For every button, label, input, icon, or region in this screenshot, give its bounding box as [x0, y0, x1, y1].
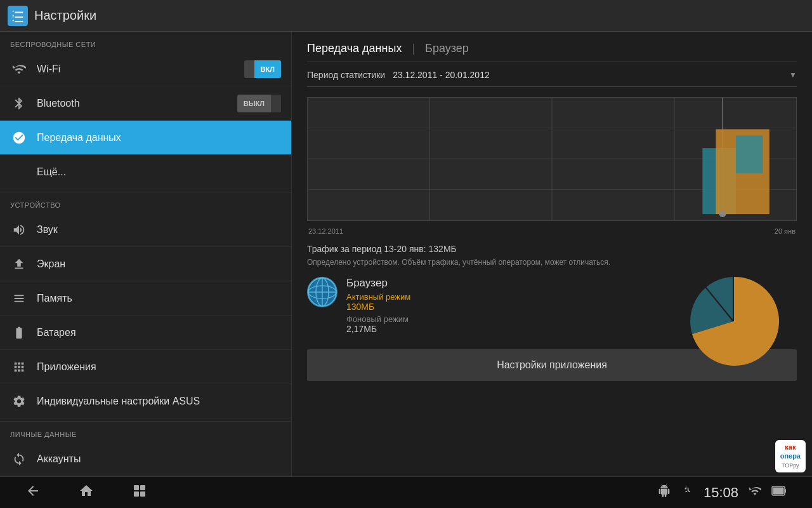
wifi-toggle-off — [244, 60, 254, 78]
top-bar: Настройки — [0, 0, 812, 32]
watermark: как опера ТОРру — [775, 440, 806, 472]
content-tabs: Передача данных | Браузер — [307, 42, 797, 62]
data-icon — [10, 129, 28, 147]
sidebar: БЕСПРОВОДНЫЕ СЕТИ Wi-Fi ВКЛ Bluetooth — [0, 32, 292, 483]
svg-rect-20 — [134, 485, 139, 490]
section-wireless: БЕСПРОВОДНЫЕ СЕТИ — [0, 32, 291, 52]
sidebar-item-battery[interactable]: Батарея — [0, 316, 291, 350]
recents-button[interactable] — [132, 483, 147, 502]
sidebar-item-accounts[interactable]: Аккаунты — [0, 442, 291, 476]
app-item-browser: Браузер Активный режим 130МБ Фоновый реж… — [307, 277, 410, 334]
sidebar-item-data[interactable]: Передача данных — [0, 121, 291, 155]
back-button[interactable] — [25, 483, 41, 502]
accounts-label: Аккаунты — [37, 453, 281, 465]
tab-browser[interactable]: Браузер — [425, 42, 479, 55]
svg-rect-23 — [140, 491, 145, 497]
page-title: Настройки — [34, 8, 96, 23]
wifi-toggle-on: ВКЛ — [254, 60, 281, 78]
svg-point-11 — [719, 211, 726, 217]
period-value: 23.12.2011 - 20.01.2012 — [393, 70, 490, 80]
svg-rect-21 — [140, 485, 145, 490]
sidebar-item-wifi[interactable]: Wi-Fi ВКЛ — [0, 52, 291, 86]
accounts-icon — [10, 450, 28, 468]
app-bg-label: Фоновый режим — [346, 314, 410, 324]
more-icon — [10, 163, 28, 181]
chart-labels: 23.12.2011 20 янв — [307, 227, 797, 235]
android-icon — [658, 485, 671, 500]
home-button[interactable] — [79, 483, 94, 502]
apps-icon — [10, 358, 28, 376]
sound-icon — [10, 221, 28, 239]
asus-label: Индивидуальные настройки ASUS — [37, 396, 281, 407]
svg-rect-10 — [736, 135, 763, 173]
chart-svg — [308, 98, 796, 220]
sidebar-item-bluetooth[interactable]: Bluetooth ВЫКЛ — [0, 86, 291, 121]
app-active-label: Активный режим — [346, 292, 410, 302]
main-layout: БЕСПРОВОДНЫЕ СЕТИ Wi-Fi ВКЛ Bluetooth — [0, 32, 812, 483]
chart-container — [307, 97, 797, 221]
watermark-text3: ТОРру — [782, 462, 799, 469]
bluetooth-toggle-on — [271, 95, 281, 112]
svg-rect-25 — [785, 489, 786, 493]
sidebar-item-sound[interactable]: Звук — [0, 213, 291, 247]
clock: 15:08 — [704, 485, 738, 501]
memory-label: Память — [37, 293, 281, 304]
browser-icon — [307, 277, 337, 307]
battery-status-icon — [771, 485, 787, 500]
wifi-icon — [10, 60, 28, 78]
chart-label-start: 23.12.2011 — [308, 227, 343, 235]
settings-icon — [8, 6, 28, 26]
usb-icon — [681, 485, 693, 500]
traffic-note: Определено устройством. Объём трафика, у… — [307, 258, 797, 267]
period-row[interactable]: Период статистики 23.12.2011 - 20.01.201… — [307, 70, 797, 87]
section-device: УСТРОЙСТВО — [0, 192, 291, 213]
sidebar-item-asus[interactable]: Индивидуальные настройки ASUS — [0, 384, 291, 418]
sidebar-item-more[interactable]: Ещё... — [0, 155, 291, 189]
more-label: Ещё... — [37, 166, 281, 178]
sidebar-item-memory[interactable]: Память — [0, 281, 291, 316]
asus-icon — [10, 392, 28, 410]
bluetooth-label: Bluetooth — [37, 98, 237, 109]
app-active-value: 130МБ — [346, 302, 410, 312]
period-arrow-icon: ▼ — [789, 70, 797, 79]
wifi-toggle[interactable]: ВКЛ — [244, 60, 281, 78]
bluetooth-icon — [10, 95, 28, 112]
memory-icon — [10, 290, 28, 307]
bottom-nav-left — [25, 483, 147, 502]
battery-label: Батарея — [37, 327, 281, 338]
bluetooth-toggle-off: ВЫКЛ — [237, 95, 271, 112]
app-info: Браузер Активный режим 130МБ Фоновый реж… — [346, 277, 410, 334]
svg-rect-26 — [773, 488, 784, 495]
screen-icon — [10, 255, 28, 273]
traffic-info: Трафик за период 13-20 янв: 132МБ — [307, 244, 797, 254]
bottom-nav: 15:08 — [0, 476, 812, 508]
wifi-label: Wi-Fi — [37, 64, 244, 75]
sidebar-item-screen[interactable]: Экран — [0, 247, 291, 281]
tab-divider: | — [412, 42, 415, 55]
app-bg-value: 2,17МБ — [346, 324, 410, 334]
bluetooth-toggle[interactable]: ВЫКЛ — [237, 95, 281, 112]
tab-data-transfer[interactable]: Передача данных — [307, 42, 412, 55]
donut-chart — [683, 271, 784, 375]
apps-label: Приложения — [37, 361, 281, 373]
watermark-text1: как — [785, 443, 796, 451]
period-label: Период статистики — [307, 70, 385, 80]
battery-icon — [10, 324, 28, 342]
sidebar-item-apps[interactable]: Приложения — [0, 350, 291, 384]
section-personal: ЛИЧНЫЕ ДАННЫЕ — [0, 421, 291, 442]
bottom-nav-right: 15:08 — [658, 485, 787, 501]
chart-label-end: 20 янв — [775, 227, 796, 235]
wifi-status-icon — [749, 485, 761, 500]
app-name: Браузер — [346, 277, 410, 290]
data-label: Передача данных — [37, 132, 281, 144]
app-row: Браузер Активный режим 130МБ Фоновый реж… — [307, 277, 797, 344]
content-area: Передача данных | Браузер Период статист… — [292, 32, 812, 483]
watermark-text2: опера — [780, 452, 801, 460]
sound-label: Звук — [37, 224, 281, 236]
screen-label: Экран — [37, 258, 281, 270]
svg-rect-22 — [134, 491, 139, 497]
